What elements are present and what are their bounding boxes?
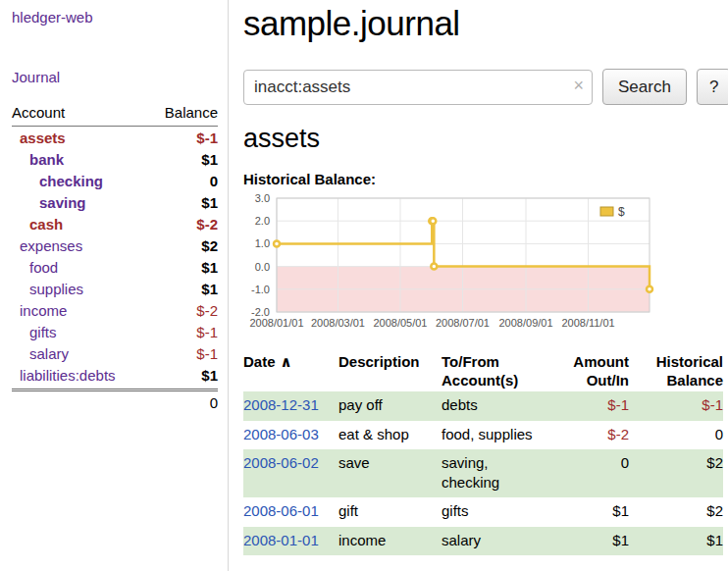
account-link-income[interactable]: income	[20, 302, 67, 319]
accounts-total-value: 0	[210, 394, 218, 411]
transaction-description: income	[338, 527, 442, 555]
account-link-cash[interactable]: cash	[29, 216, 63, 233]
transaction-accounts: debts	[442, 391, 551, 420]
transaction-description: gift	[338, 497, 442, 526]
column-header-balance-line2: Balance	[629, 371, 723, 389]
search-input-wrap: ×	[243, 70, 593, 105]
column-header-amount-line2: Out/In	[551, 371, 629, 389]
app-brand-link[interactable]: hledger-web	[12, 9, 218, 26]
column-header-date[interactable]: Date∧	[243, 350, 338, 391]
account-link-salary[interactable]: salary	[29, 345, 69, 362]
transaction-amount: 0	[551, 449, 629, 498]
account-link-expenses[interactable]: expenses	[20, 237, 82, 254]
sidebar-item-journal[interactable]: Journal	[12, 69, 218, 85]
transaction-description: pay off	[338, 391, 442, 420]
account-row-cash: cash $-2	[12, 213, 218, 234]
main-content: sample.journal × Search ? assets Histori…	[243, 0, 728, 555]
column-header-accounts: To/From Account(s)	[442, 350, 551, 391]
balance-chart: 3.02.01.00.0-1.0-2.02008/01/012008/03/01…	[243, 194, 655, 332]
account-balance: $1	[201, 259, 218, 276]
account-row-salary: salary $-1	[12, 342, 218, 364]
account-row-expenses: expenses $2	[12, 234, 218, 256]
column-header-accounts-line2: Account(s)	[442, 371, 551, 389]
account-row-gifts: gifts $-1	[12, 321, 218, 342]
register-row: 2008-06-01 gift gifts $1 $2	[243, 497, 723, 526]
account-link-checking[interactable]: checking	[39, 173, 103, 189]
transaction-date-link[interactable]: 2008-01-01	[243, 532, 319, 548]
svg-text:2008/01/01: 2008/01/01	[249, 317, 303, 329]
account-link-saving[interactable]: saving	[39, 194, 86, 211]
account-row-food: food $1	[12, 256, 218, 278]
column-header-amount-line1: Amount	[551, 352, 629, 371]
transaction-balance: $-1	[629, 391, 723, 420]
account-link-gifts[interactable]: gifts	[29, 324, 57, 340]
transaction-balance: 0	[629, 421, 723, 449]
account-row-liabilities-debts: liabilities:debts $1	[12, 364, 218, 386]
account-balance: $1	[201, 151, 218, 168]
transaction-accounts: salary	[442, 527, 551, 555]
transaction-date-link[interactable]: 2008-12-31	[243, 396, 319, 413]
account-balance: $-2	[196, 216, 218, 233]
account-link-supplies[interactable]: supplies	[29, 281, 83, 297]
account-row-income: income $-2	[12, 299, 218, 321]
column-header-balance-line1: Historical	[629, 352, 723, 371]
register-row: 2008-12-31 pay off debts $-1 $-1	[243, 391, 723, 420]
svg-text:0.0: 0.0	[255, 261, 270, 273]
search-form: × Search ?	[243, 69, 728, 105]
account-balance: $1	[201, 194, 218, 211]
transaction-amount: $1	[551, 497, 629, 526]
account-heading: assets	[243, 124, 728, 154]
clear-search-icon[interactable]: ×	[573, 76, 584, 96]
register-table: Date∧ Description To/From Account(s) Amo…	[243, 350, 723, 555]
account-row-saving: saving $1	[12, 191, 218, 213]
svg-text:2.0: 2.0	[255, 215, 270, 227]
svg-text:2008/11/01: 2008/11/01	[561, 317, 614, 329]
account-link-bank[interactable]: bank	[29, 151, 64, 168]
transaction-balance: $1	[629, 527, 723, 555]
register-header-row: Date∧ Description To/From Account(s) Amo…	[243, 350, 723, 391]
account-row-assets: assets $-1	[12, 127, 218, 148]
transaction-date-link[interactable]: 2008-06-01	[243, 502, 319, 519]
transaction-date-link[interactable]: 2008-06-02	[243, 454, 319, 471]
transaction-balance: $2	[629, 497, 723, 526]
svg-text:2008/07/01: 2008/07/01	[436, 317, 490, 329]
svg-text:2008/09/01: 2008/09/01	[498, 317, 552, 329]
accounts-header-balance: Balance	[165, 104, 218, 121]
help-button[interactable]: ?	[697, 69, 728, 105]
sort-ascending-icon: ∧	[281, 353, 292, 370]
account-balance: $1	[201, 367, 218, 384]
transaction-accounts: saving, checking	[442, 449, 551, 498]
column-header-date-label: Date	[243, 353, 276, 370]
search-button[interactable]: Search	[602, 69, 687, 105]
accounts-total-row: 0	[12, 389, 218, 414]
account-balance: $-2	[196, 302, 218, 319]
accounts-header-account: Account	[12, 104, 65, 121]
account-balance: $-1	[196, 324, 218, 340]
transaction-accounts: food, supplies	[442, 421, 551, 449]
transaction-amount: $-2	[551, 421, 629, 449]
account-link-food[interactable]: food	[29, 259, 58, 276]
column-header-description: Description	[338, 350, 442, 391]
transaction-amount: $1	[551, 527, 629, 555]
column-header-amount: Amount Out/In	[551, 350, 629, 391]
account-link-liabilities-debts[interactable]: liabilities:debts	[20, 367, 116, 384]
column-header-description-label: Description	[338, 352, 442, 371]
svg-text:3.0: 3.0	[255, 194, 270, 204]
search-input[interactable]	[243, 70, 593, 105]
svg-text:2008/03/01: 2008/03/01	[311, 317, 365, 329]
page-title: sample.journal	[243, 4, 728, 43]
transaction-date-link[interactable]: 2008-06-03	[243, 426, 319, 442]
sidebar: hledger-web Journal Account Balance asse…	[0, 0, 229, 571]
account-link-assets[interactable]: assets	[20, 130, 66, 146]
accounts-table-header: Account Balance	[12, 104, 218, 127]
transaction-amount: $-1	[551, 391, 629, 420]
column-header-accounts-line1: To/From	[442, 352, 551, 371]
chart-heading: Historical Balance:	[243, 171, 728, 187]
register-row: 2008-06-02 save saving, checking 0 $2	[243, 449, 723, 498]
transaction-accounts: gifts	[442, 497, 551, 526]
account-balance: $2	[201, 237, 218, 254]
account-balance: $1	[201, 281, 218, 297]
svg-text:1.0: 1.0	[255, 237, 270, 249]
svg-text:2008/05/01: 2008/05/01	[373, 317, 427, 329]
transaction-description: save	[338, 449, 442, 498]
